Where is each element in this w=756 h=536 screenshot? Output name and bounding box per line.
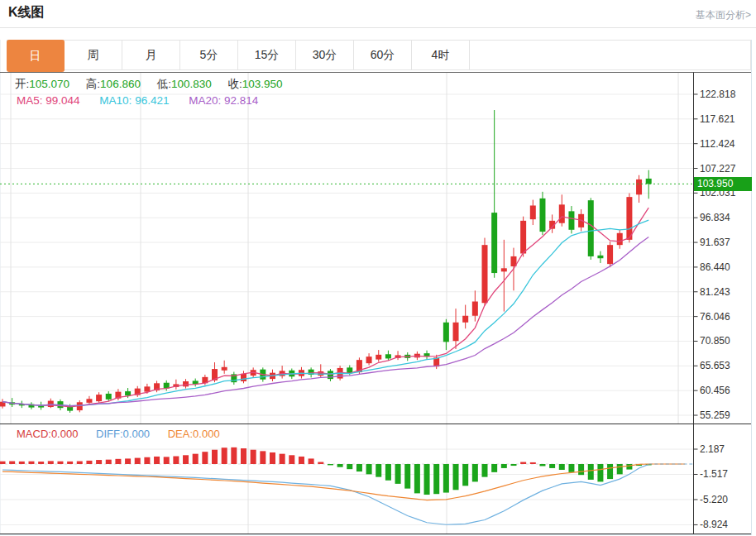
svg-text:112.424: 112.424 [700,138,735,150]
fundamental-analysis-link[interactable]: 基本面分析> [696,8,751,22]
high-label: 高: [86,78,100,90]
svg-text:107.227: 107.227 [700,163,736,175]
svg-text:-8.924: -8.924 [700,519,728,530]
tab-15min[interactable]: 15分 [238,41,296,69]
close-label: 收: [228,78,242,90]
svg-text:81.243: 81.243 [700,286,730,298]
svg-text:55.259: 55.259 [700,409,730,421]
svg-text:117.621: 117.621 [700,113,735,125]
svg-text:86.440: 86.440 [700,261,730,273]
diff-label: DIFF: [96,428,123,440]
ma5-value: 99.044 [45,94,79,107]
dea-label: DEA: [168,428,193,440]
macd-value: 0.000 [51,428,79,440]
page-title: K线图 [8,4,45,22]
close-value: 103.950 [242,78,283,90]
ma10-label: MA10: [99,94,132,107]
dea-value: 0.000 [193,428,220,440]
tab-week[interactable]: 周 [65,41,122,69]
macd-readout: MACD:0.000 DIFF:0.000 DEA:0.000 [17,428,235,440]
kline-widget: K线图 基本面分析> 日周月5分15分30分60分4时 122.818117.6… [0,0,756,536]
tab-30min[interactable]: 30分 [296,41,354,69]
low-label: 低: [157,78,171,90]
svg-text:-5.220: -5.220 [700,494,728,505]
tab-bar: 日周月5分15分30分60分4时 [7,40,751,70]
macd-pane [0,447,693,524]
svg-text:122.818: 122.818 [700,89,736,100]
tab-day[interactable]: 日 [7,40,65,72]
open-label: 开: [15,78,29,90]
macd-label: MACD: [17,428,51,440]
svg-text:2.187: 2.187 [700,443,725,455]
svg-text:76.046: 76.046 [700,311,730,323]
ma-readout: MA5: 99.044 MA10: 96.421 MA20: 92.814 [17,94,275,107]
low-value: 100.830 [171,78,212,90]
svg-text:91.637: 91.637 [700,237,730,248]
ma20-label: MA20: [189,94,221,107]
high-value: 106.860 [100,78,141,90]
svg-text:60.456: 60.456 [700,385,730,396]
tab-60min[interactable]: 60分 [354,41,412,69]
ma20-value: 92.814 [224,94,258,107]
tab-month[interactable]: 月 [122,41,180,69]
open-value: 105.070 [29,78,69,90]
tab-4hour[interactable]: 4时 [412,41,470,69]
ma10-value: 96.421 [135,94,169,107]
svg-text:70.850: 70.850 [700,335,730,347]
ma5-label: MA5: [17,94,43,107]
diff-value: 0.000 [123,428,151,440]
tab-5min[interactable]: 5分 [180,41,238,69]
last-price-badge: 103.950 [694,177,752,191]
price-pane [0,110,693,413]
svg-text:-1.517: -1.517 [700,468,728,480]
ohlc-readout: 开:105.070 高:106.860 低:100.830 收:103.950 [15,77,296,92]
svg-text:65.653: 65.653 [700,360,730,371]
svg-text:96.834: 96.834 [700,212,730,223]
